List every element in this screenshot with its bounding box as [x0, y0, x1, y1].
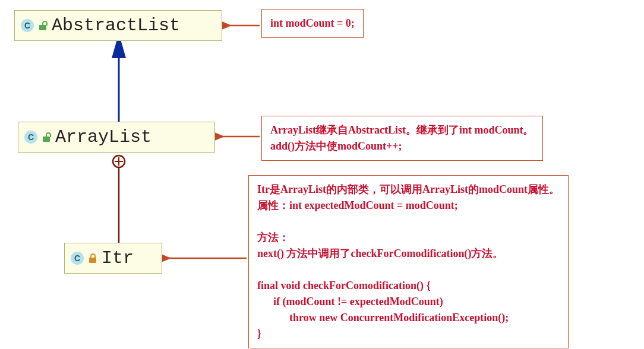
class-name: AbstractList: [52, 15, 180, 36]
unlocked-icon: [39, 21, 47, 30]
unlocked-icon: [42, 133, 50, 142]
class-icon: C: [71, 252, 84, 265]
note-abstractlist: int modCount = 0;: [261, 9, 364, 38]
uml-node-itr: C Itr: [64, 243, 162, 274]
uml-node-arraylist: C ArrayList: [18, 122, 215, 153]
uml-node-abstractlist: C AbstractList: [14, 10, 222, 41]
locked-icon: [89, 254, 97, 263]
inner-class-marker: [113, 156, 125, 167]
diagram-canvas: C AbstractList C ArrayList C Itr int mod…: [0, 0, 644, 349]
class-icon: C: [21, 19, 34, 32]
note-itr: Itr是ArrayList的内部类，可以调用ArrayList的modCount…: [248, 175, 569, 348]
class-name: ArrayList: [55, 127, 151, 147]
class-icon: C: [24, 131, 37, 144]
class-name: Itr: [102, 248, 134, 268]
note-arraylist: ArrayList继承自AbstractList。继承到了int modCoun…: [261, 116, 543, 161]
